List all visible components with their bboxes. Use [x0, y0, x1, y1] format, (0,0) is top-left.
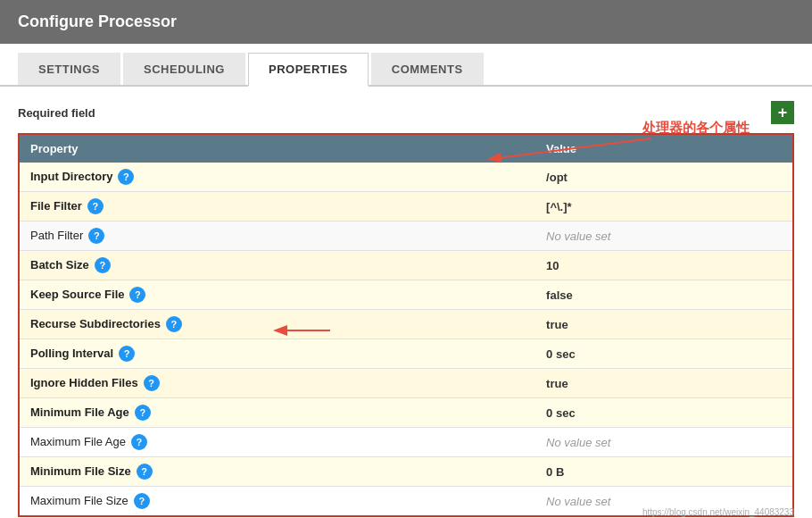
properties-table: Property Value Input Directory?/optFile … — [18, 133, 794, 517]
prop-value-cell[interactable]: 0 B — [535, 457, 793, 487]
help-icon[interactable]: ? — [135, 405, 151, 421]
prop-name-cell: Minimum File Size? — [19, 457, 535, 487]
prop-name: Recurse Subdirectories — [30, 317, 161, 330]
add-property-button[interactable]: + — [771, 101, 794, 124]
prop-value-cell[interactable]: [^\.]* — [535, 192, 793, 221]
tab-settings[interactable]: SETTINGS — [18, 53, 120, 85]
prop-value-cell[interactable]: false — [535, 280, 793, 310]
prop-value-cell[interactable]: true — [535, 369, 793, 398]
prop-name: Maximum File Size — [30, 494, 128, 507]
prop-name-cell: Keep Source File? — [19, 280, 535, 310]
prop-value-cell[interactable]: 0 sec — [535, 339, 793, 369]
help-icon[interactable]: ? — [95, 257, 111, 273]
prop-value: No value set — [546, 495, 610, 508]
prop-name-cell: Polling Interval? — [19, 339, 535, 369]
prop-name: Maximum File Age — [30, 435, 126, 448]
col-value: Value — [535, 134, 793, 163]
prop-value-cell[interactable]: No value set — [535, 221, 793, 251]
prop-value: 0 B — [546, 465, 564, 479]
prop-value-cell[interactable]: /opt — [535, 163, 793, 192]
prop-value: false — [546, 288, 573, 302]
table-row[interactable]: Maximum File Age?No value set — [19, 428, 793, 457]
help-icon[interactable]: ? — [119, 346, 135, 362]
help-icon[interactable]: ? — [137, 464, 153, 480]
prop-value-cell[interactable]: 0 sec — [535, 398, 793, 428]
prop-name: File Filter — [30, 199, 82, 213]
help-icon[interactable]: ? — [118, 169, 134, 185]
prop-name: Batch Size — [30, 258, 89, 272]
prop-value: 0 sec — [546, 347, 576, 361]
required-field-label: Required field — [18, 106, 95, 120]
prop-value: 0 sec — [546, 406, 576, 420]
prop-name-cell: Batch Size? — [19, 251, 535, 280]
prop-name: Minimum File Size — [30, 464, 131, 478]
help-icon[interactable]: ? — [134, 493, 150, 509]
table-row[interactable]: Batch Size?10 — [19, 251, 793, 280]
content-area: Required field + Property Value Input Di… — [0, 87, 812, 518]
table-row[interactable]: Keep Source File?false — [19, 280, 793, 310]
prop-name: Keep Source File — [30, 288, 124, 301]
watermark: https://blog.csdn.net/weixin_44083233 — [642, 507, 794, 517]
prop-name-cell: Path Filter? — [19, 221, 535, 251]
table-row[interactable]: Ignore Hidden Files?true — [19, 369, 793, 398]
prop-value: No value set — [546, 230, 610, 243]
prop-name-cell: Recurse Subdirectories? — [19, 310, 535, 339]
table-row[interactable]: File Filter?[^\.]* — [19, 192, 793, 221]
prop-name: Path Filter — [30, 229, 83, 242]
table-row[interactable]: Polling Interval?0 sec — [19, 339, 793, 369]
help-icon[interactable]: ? — [131, 434, 147, 450]
prop-name-cell: File Filter? — [19, 192, 535, 221]
help-icon[interactable]: ? — [87, 198, 104, 214]
help-icon[interactable]: ? — [88, 228, 104, 244]
tabs-container: SETTINGS SCHEDULING PROPERTIES COMMENTS — [0, 53, 812, 87]
prop-value: No value set — [546, 436, 610, 449]
table-row[interactable]: Input Directory?/opt — [19, 163, 793, 192]
dialog-title: Configure Processor — [18, 13, 177, 30]
prop-name: Input Directory — [30, 170, 112, 183]
prop-name: Minimum File Age — [30, 405, 129, 419]
table-header-row: Property Value — [19, 134, 793, 163]
help-icon[interactable]: ? — [129, 287, 145, 303]
prop-value: true — [546, 318, 568, 331]
prop-name-cell: Input Directory? — [19, 163, 535, 192]
table-row[interactable]: Minimum File Size?0 B — [19, 457, 793, 487]
table-row[interactable]: Path Filter?No value set — [19, 221, 793, 251]
tab-scheduling[interactable]: SCHEDULING — [123, 53, 245, 85]
prop-name: Ignore Hidden Files — [30, 376, 138, 389]
dialog-header: Configure Processor — [0, 0, 812, 44]
prop-value: /opt — [546, 171, 568, 184]
prop-value: 10 — [546, 259, 559, 272]
table-row[interactable]: Minimum File Age?0 sec — [19, 398, 793, 428]
prop-name: Polling Interval — [30, 347, 113, 360]
help-icon[interactable]: ? — [166, 316, 182, 332]
prop-value-cell[interactable]: No value set — [535, 428, 793, 457]
tab-properties[interactable]: PROPERTIES — [248, 53, 369, 87]
prop-value-cell[interactable]: true — [535, 310, 793, 339]
prop-value: true — [546, 377, 568, 390]
tab-comments[interactable]: COMMENTS — [371, 53, 484, 85]
prop-value-cell[interactable]: 10 — [535, 251, 793, 280]
help-icon[interactable]: ? — [144, 375, 160, 391]
configure-processor-dialog: Configure Processor SETTINGS SCHEDULING … — [0, 0, 812, 518]
prop-name-cell: Minimum File Age? — [19, 398, 535, 428]
col-property: Property — [19, 134, 535, 163]
prop-value: [^\.]* — [546, 200, 572, 213]
prop-name-cell: Maximum File Age? — [19, 428, 535, 457]
required-field-row: Required field + — [18, 96, 794, 130]
prop-name-cell: Maximum File Size? — [19, 487, 535, 517]
prop-name-cell: Ignore Hidden Files? — [19, 369, 535, 398]
table-row[interactable]: Recurse Subdirectories?true — [19, 310, 793, 339]
